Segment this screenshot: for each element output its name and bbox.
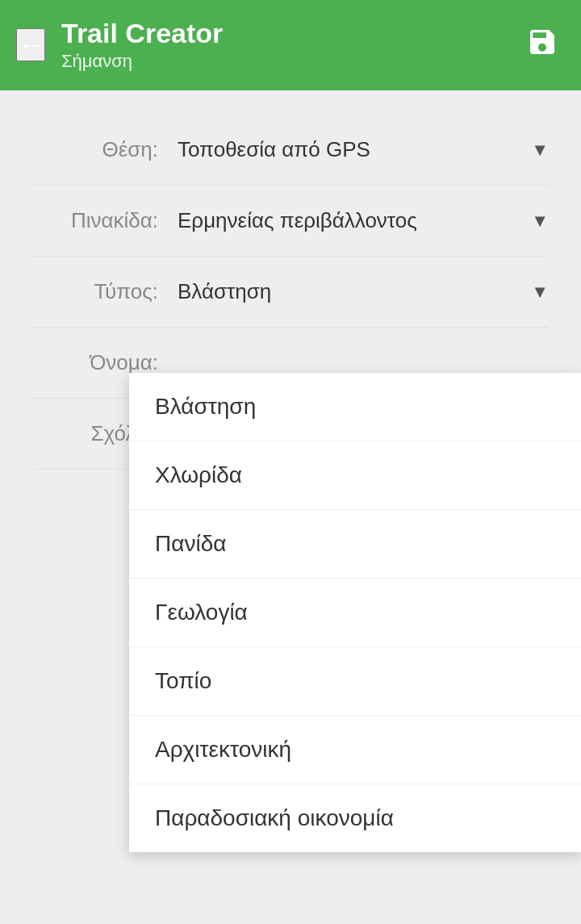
- type-value-container[interactable]: Βλάστηση ▼: [178, 279, 549, 304]
- dropdown-item-topio[interactable]: Τοπίο: [129, 647, 581, 716]
- save-icon: [526, 26, 558, 58]
- sign-value: Ερμηνείας περιβάλλοντος: [178, 208, 523, 233]
- back-button[interactable]: ←: [16, 28, 45, 61]
- sign-label: Πινακίδα:: [32, 208, 178, 233]
- main-content: Θέση: Τοποθεσία από GPS ▼ Πινακίδα: Ερμη…: [0, 90, 581, 924]
- type-value: Βλάστηση: [178, 279, 523, 304]
- header-left: ← Trail Creator Σήμανση: [16, 17, 223, 73]
- name-label: Όνομα:: [32, 350, 178, 375]
- dropdown-item-vlastisi[interactable]: Βλάστηση: [129, 373, 581, 441]
- sign-row: Πινακίδα: Ερμηνείας περιβάλλοντος ▼: [32, 186, 549, 257]
- position-label: Θέση:: [32, 137, 178, 162]
- position-row: Θέση: Τοποθεσία από GPS ▼: [32, 115, 549, 186]
- type-row: Τύπος: Βλάστηση ▼: [32, 257, 549, 328]
- dropdown-item-xlorida[interactable]: Χλωρίδα: [129, 441, 581, 510]
- type-dropdown-arrow: ▼: [531, 282, 549, 303]
- dropdown-item-panida[interactable]: Πανίδα: [129, 510, 581, 579]
- app-title: Trail Creator: [61, 17, 223, 50]
- dropdown-item-geologia[interactable]: Γεωλογία: [129, 579, 581, 647]
- position-value: Τοποθεσία από GPS: [178, 137, 523, 162]
- sign-dropdown-arrow: ▼: [531, 211, 549, 232]
- position-value-container[interactable]: Τοποθεσία από GPS ▼: [178, 137, 549, 162]
- app-header: ← Trail Creator Σήμανση: [0, 0, 581, 90]
- type-label: Τύπος:: [32, 279, 178, 304]
- save-button[interactable]: [520, 19, 565, 72]
- dropdown-item-arxitektoniki[interactable]: Αρχιτεκτονική: [129, 716, 581, 784]
- app-subtitle: Σήμανση: [61, 50, 223, 73]
- dropdown-item-paradosiaki[interactable]: Παραδοσιακή οικονομία: [129, 784, 581, 852]
- type-dropdown-menu: Βλάστηση Χλωρίδα Πανίδα Γεωλογία Τοπίο Α…: [129, 373, 581, 852]
- position-dropdown-arrow: ▼: [531, 140, 549, 161]
- header-title-block: Trail Creator Σήμανση: [61, 17, 223, 73]
- sign-value-container[interactable]: Ερμηνείας περιβάλλοντος ▼: [178, 208, 549, 233]
